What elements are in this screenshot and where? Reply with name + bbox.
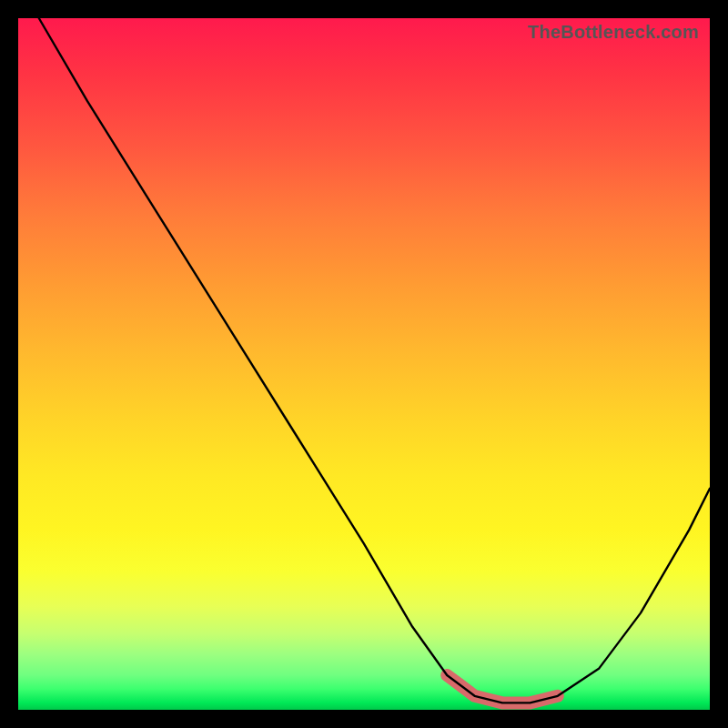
plot-area: TheBottleneck.com [18,18,710,710]
bottleneck-curve [39,18,710,703]
curve-layer [18,18,710,710]
optimal-range-marker [447,675,558,703]
chart-frame: TheBottleneck.com [0,0,728,728]
